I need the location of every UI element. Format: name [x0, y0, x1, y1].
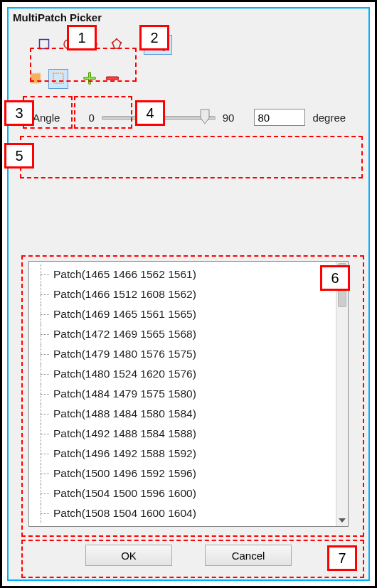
- cancel-button[interactable]: Cancel: [205, 545, 292, 566]
- list-item-label: Patch(1488 1484 1580 1584): [53, 407, 196, 420]
- tree-branch-icon: [32, 264, 53, 284]
- tree-branch-icon: [32, 483, 53, 503]
- list-item[interactable]: Patch(1508 1504 1600 1604): [32, 503, 335, 523]
- list-item-label: Patch(1484 1479 1575 1580): [53, 387, 196, 400]
- svg-point-9: [112, 41, 114, 43]
- svg-point-2: [67, 43, 69, 45]
- angle-row: Angle 0 90 degree: [9, 93, 368, 130]
- square-icon: [38, 38, 50, 52]
- list-item[interactable]: Patch(1472 1469 1565 1568): [32, 324, 335, 344]
- slider-thumb-icon[interactable]: [200, 109, 210, 124]
- tree-branch-icon: [32, 503, 53, 523]
- angle-slider[interactable]: [102, 109, 216, 126]
- list-item[interactable]: Patch(1465 1466 1562 1561): [32, 264, 335, 284]
- list-item-label: Patch(1472 1469 1565 1568): [53, 328, 196, 341]
- patch-a-icon: [29, 72, 42, 87]
- list-item[interactable]: Patch(1480 1524 1620 1576): [32, 364, 335, 384]
- tree-branch-icon: [32, 464, 53, 483]
- adj-button[interactable]: Adj: [144, 35, 172, 55]
- svg-rect-0: [40, 39, 49, 48]
- list-item[interactable]: Patch(1469 1465 1561 1565): [32, 304, 335, 324]
- tree-branch-icon: [32, 424, 53, 444]
- polygon-icon: [110, 38, 123, 53]
- patch-toolbar: [9, 59, 368, 93]
- list-item[interactable]: Patch(1466 1512 1608 1562): [32, 284, 335, 304]
- plus-icon: [83, 72, 96, 87]
- add-button[interactable]: [80, 69, 100, 89]
- circle-dot-shape-button[interactable]: [58, 35, 78, 55]
- patch-mode-a-button[interactable]: [26, 69, 46, 89]
- callout-5: 5: [4, 143, 34, 169]
- svg-point-7: [118, 47, 120, 49]
- patch-b-icon: [52, 72, 65, 87]
- svg-point-8: [114, 47, 116, 49]
- list-item[interactable]: Patch(1492 1488 1584 1588): [32, 424, 335, 444]
- angle-input[interactable]: [254, 109, 305, 126]
- circle-icon: [87, 38, 98, 52]
- angle-label: Angle: [33, 112, 60, 124]
- annotation-region-5: [20, 136, 363, 178]
- square-shape-button[interactable]: [34, 35, 54, 55]
- list-item-label: Patch(1500 1496 1592 1596): [53, 467, 196, 480]
- tree-branch-icon: [32, 284, 53, 304]
- multipatch-picker-window: MultiPatch Picker: [7, 7, 370, 581]
- ok-button[interactable]: OK: [85, 545, 172, 566]
- list-item-label: Patch(1504 1500 1596 1600): [53, 487, 196, 500]
- svg-point-3: [88, 40, 97, 48]
- tree-branch-icon: [32, 324, 53, 344]
- tree-branch-icon: [32, 444, 53, 464]
- list-item-label: Patch(1479 1480 1576 1575): [53, 348, 196, 360]
- list-item[interactable]: Patch(1479 1480 1576 1575): [32, 344, 335, 364]
- svg-point-5: [116, 38, 118, 40]
- circle-shape-button[interactable]: [83, 35, 102, 55]
- polygon-shape-button[interactable]: [107, 35, 127, 55]
- list-item-label: Patch(1496 1492 1588 1592): [53, 447, 196, 460]
- list-item-label: Patch(1469 1465 1561 1565): [53, 308, 196, 321]
- minus-icon: [106, 72, 119, 87]
- adj-label: Adj: [150, 39, 166, 51]
- scrollbar[interactable]: [336, 262, 348, 526]
- list-item-label: Patch(1508 1504 1600 1604): [53, 507, 196, 520]
- list-item[interactable]: Patch(1504 1500 1596 1600): [32, 483, 335, 503]
- window-title: MultiPatch Picker: [9, 9, 368, 25]
- list-item[interactable]: Patch(1488 1484 1580 1584): [32, 404, 335, 424]
- list-item-label: Patch(1480 1524 1620 1576): [53, 368, 196, 380]
- angle-min: 0: [88, 112, 94, 124]
- list-item[interactable]: Patch(1500 1496 1592 1596): [32, 464, 335, 483]
- remove-button[interactable]: [102, 69, 122, 89]
- list-item-label: Patch(1465 1466 1562 1561): [53, 268, 196, 281]
- tree-branch-icon: [32, 364, 53, 384]
- tree-branch-icon: [32, 384, 53, 404]
- svg-point-6: [120, 41, 122, 43]
- list-item[interactable]: Patch(1484 1479 1575 1580): [32, 384, 335, 404]
- scrollbar-thumb[interactable]: [338, 263, 346, 307]
- tree-branch-icon: [32, 344, 53, 364]
- list-item-label: Patch(1492 1488 1584 1588): [53, 427, 196, 440]
- list-item[interactable]: Patch(1496 1492 1588 1592): [32, 444, 335, 464]
- svg-rect-10: [31, 74, 40, 82]
- angle-unit: degree: [312, 112, 346, 124]
- chevron-down-icon[interactable]: [336, 515, 348, 526]
- patch-mode-b-button[interactable]: [48, 69, 68, 89]
- circle-dot-icon: [63, 38, 74, 52]
- svg-marker-4: [112, 39, 121, 48]
- tree-branch-icon: [32, 304, 53, 324]
- svg-rect-12: [53, 73, 63, 83]
- list-item-label: Patch(1466 1512 1608 1562): [53, 288, 196, 301]
- angle-max: 90: [223, 112, 235, 124]
- ok-label: OK: [121, 550, 137, 562]
- tree-branch-icon: [32, 404, 53, 424]
- shape-toolbar: Adj: [9, 25, 368, 59]
- patch-listbox[interactable]: Patch(1465 1466 1562 1561)Patch(1466 151…: [28, 261, 349, 527]
- cancel-label: Cancel: [232, 550, 265, 562]
- dialog-button-row: OK Cancel: [9, 545, 368, 566]
